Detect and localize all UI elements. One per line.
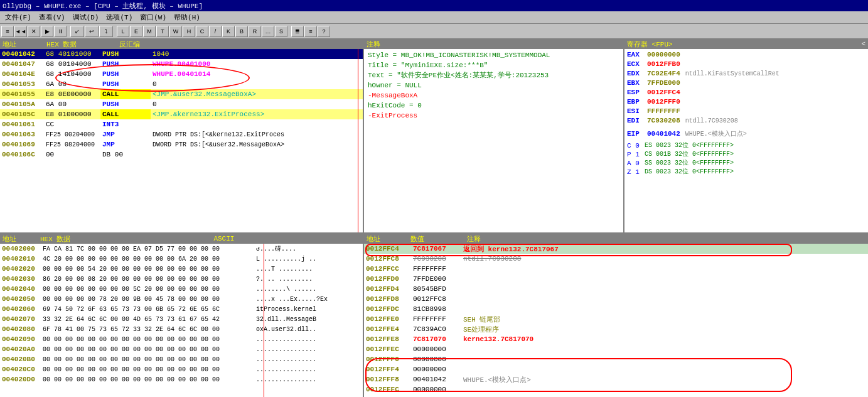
hex-row-12[interactable]: 004020C0 00 00 00 00 00 00 00 00 00 00 0… bbox=[0, 364, 363, 374]
tb-R[interactable]: R bbox=[249, 26, 261, 37]
hex-row-1[interactable]: 00402010 4C 20 00 00 00 00 00 00 00 00 0… bbox=[0, 254, 363, 264]
menu-help[interactable]: 帮助(H) bbox=[170, 11, 204, 23]
reg-eax: EAX 00000000 bbox=[627, 50, 865, 60]
reg-esi-name: ESI bbox=[627, 107, 645, 116]
reg-esi-val[interactable]: FFFFFFFF bbox=[647, 107, 680, 116]
menu-window[interactable]: 窗口(W) bbox=[136, 11, 170, 23]
hex-row-5[interactable]: 00402050 00 00 00 00 00 78 20 00 9B 00 4… bbox=[0, 294, 363, 304]
flag-p-seg: CS 001B 32位 0<FFFFFFFF> bbox=[645, 150, 734, 159]
stack-row-9[interactable]: 0012FFE8 7C817070 kerne132.7C817070 bbox=[364, 334, 868, 344]
toolbar: ≡ ◄◄ ✕ ▶ ⏸ ↙ ↩ ⤵ L E M T W H C / K B R …… bbox=[0, 24, 868, 39]
tb-H[interactable]: H bbox=[183, 26, 195, 37]
stack-row-1[interactable]: 0012FFC8 7C930208 ntdll.7C930208 bbox=[364, 254, 868, 264]
stack-row-7[interactable]: 0012FFE0 FFFFFFFF SEH 链尾部 bbox=[364, 314, 868, 324]
tb-stop[interactable]: ✕ bbox=[28, 26, 40, 37]
main-content: 地址 HEX 数据 反汇编 00401042 68 40101000 PUSH … bbox=[0, 39, 868, 397]
notes-header: 注释 bbox=[364, 39, 623, 49]
reg-edi-comment: ntdll.7C930208 bbox=[685, 116, 738, 126]
disasm-row-2[interactable]: 0040104E 68 14104000 PUSH WHUPE.00401014 bbox=[0, 69, 363, 79]
stack-row-5[interactable]: 0012FFD8 0012FFC8 bbox=[364, 294, 868, 304]
regs-scroll-left[interactable]: < bbox=[861, 40, 865, 48]
reg-ecx: ECX 0012FFB0 bbox=[627, 60, 865, 69]
disasm-row-6[interactable]: 0040105C E8 01000000 CALL <JMP.&kerne132… bbox=[0, 109, 363, 119]
menu-file[interactable]: 文件(F) bbox=[1, 11, 35, 23]
hex-row-7[interactable]: 00402070 33 32 2E 64 6C 6C 00 00 4D 65 7… bbox=[0, 314, 363, 324]
reg-esp-val[interactable]: 0012FFC4 bbox=[647, 88, 680, 97]
tb-list1[interactable]: ≣ bbox=[291, 26, 304, 37]
stack-row-14[interactable]: 0012FFFC 00000000 bbox=[364, 384, 868, 394]
disasm-table: 00401042 68 40101000 PUSH 1040 00401047 … bbox=[0, 49, 363, 160]
stack-row-0[interactable]: 0012FFC4 7C817067 返回到 kerne132.7C817067 bbox=[364, 244, 868, 254]
menu-debug[interactable]: 调试(D) bbox=[69, 11, 103, 23]
disasm-row-10[interactable]: 0040106C 00 DB 00 bbox=[0, 150, 363, 160]
stack-table: 0012FFC4 7C817067 返回到 kerne132.7C817067 … bbox=[364, 244, 868, 394]
tb-M[interactable]: M bbox=[143, 26, 156, 37]
tb-step-into[interactable]: ↙ bbox=[70, 26, 84, 37]
tb-dots[interactable]: … bbox=[262, 26, 274, 37]
stack-row-12[interactable]: 0012FFF4 00000000 bbox=[364, 364, 868, 374]
reg-eip-name: EIP bbox=[627, 129, 645, 139]
disasm-row-4[interactable]: 00401055 E8 0E000000 CALL <JMP.&user32.M… bbox=[0, 89, 363, 99]
tb-C[interactable]: C bbox=[196, 26, 208, 37]
tb-step-over[interactable]: ↩ bbox=[85, 26, 99, 37]
tb-B[interactable]: B bbox=[235, 26, 248, 37]
stack-row-2[interactable]: 0012FFCC FFFFFFFF bbox=[364, 264, 868, 274]
tb-back[interactable]: ◄◄ bbox=[14, 26, 27, 37]
reg-edi-val[interactable]: 7C930208 bbox=[647, 116, 680, 126]
hex-row-3[interactable]: 00402030 86 20 00 00 08 20 00 00 00 00 0… bbox=[0, 274, 363, 284]
notes-title: 注释 bbox=[367, 40, 380, 49]
tb-K[interactable]: K bbox=[222, 26, 235, 37]
tb-open[interactable]: ≡ bbox=[1, 26, 14, 37]
disasm-row-3[interactable]: 00401053 6A 00 PUSH 0 bbox=[0, 79, 363, 89]
tb-trace[interactable]: ⤵ bbox=[99, 26, 113, 37]
tb-W[interactable]: W bbox=[169, 26, 182, 37]
disasm-row-7[interactable]: 00401061 CC INT3 bbox=[0, 119, 363, 129]
note-line-4: -MessageBoxA bbox=[365, 90, 622, 101]
menu-options[interactable]: 选项(T) bbox=[102, 11, 136, 23]
flag-a-name: A 0 bbox=[627, 159, 642, 168]
tb-E[interactable]: E bbox=[130, 26, 142, 37]
tb-slash[interactable]: / bbox=[209, 26, 222, 37]
disasm-row-9[interactable]: 00401069 FF25 08204000 JMP DWORD PTR DS:… bbox=[0, 139, 363, 150]
menu-view[interactable]: 查看(V) bbox=[35, 11, 69, 23]
reg-eax-val[interactable]: 00000000 bbox=[647, 50, 680, 60]
stack-row-6[interactable]: 0012FFDC 81CB8998 bbox=[364, 304, 868, 314]
stack-row-10[interactable]: 0012FFEC 00000000 bbox=[364, 344, 868, 354]
tb-question[interactable]: ? bbox=[318, 26, 330, 37]
disasm-row-8[interactable]: 00401063 FF25 00204000 JMP DWORD PTR DS:… bbox=[0, 129, 363, 139]
flag-p-name: P 1 bbox=[627, 150, 642, 159]
reg-eip-comment: WHUPE.<模块入口点> bbox=[685, 129, 747, 139]
reg-ebp-val[interactable]: 0012FFF0 bbox=[647, 97, 680, 107]
reg-ebx-val[interactable]: 7FFDE000 bbox=[647, 79, 680, 88]
reg-eip-val[interactable]: 00401042 bbox=[647, 129, 680, 139]
disasm-row-5[interactable]: 0040105A 6A 00 PUSH 0 bbox=[0, 99, 363, 109]
hex-row-4[interactable]: 00402040 00 00 00 00 00 00 00 00 5C 20 0… bbox=[0, 284, 363, 294]
stack-row-4[interactable]: 0012FFD4 80545BFD bbox=[364, 284, 868, 294]
hex-row-6[interactable]: 00402060 69 74 50 72 6F 63 65 73 73 00 6… bbox=[0, 304, 363, 314]
reg-ecx-val[interactable]: 0012FFB0 bbox=[647, 60, 680, 69]
hex-row-9[interactable]: 00402090 00 00 00 00 00 00 00 00 00 00 0… bbox=[0, 334, 363, 344]
hex-row-8[interactable]: 00402080 6F 78 41 00 75 73 65 72 33 32 2… bbox=[0, 324, 363, 334]
hex-row-0[interactable]: 00402000 FA CA 81 7C 00 00 00 00 EA 07 D… bbox=[0, 244, 363, 254]
hex-row-13[interactable]: 004020D0 00 00 00 00 00 00 00 00 00 00 0… bbox=[0, 374, 363, 384]
tb-T[interactable]: T bbox=[156, 26, 169, 37]
regs-panel: 寄存器 <FPU> < EAX 00000000 ECX 0012FFB0 ED… bbox=[624, 39, 868, 232]
tb-list2[interactable]: ≡ bbox=[304, 26, 317, 37]
hex-row-2[interactable]: 00402020 00 00 00 00 54 20 00 00 00 00 0… bbox=[0, 264, 363, 274]
disasm-row-1[interactable]: 00401047 68 00104000 PUSH WHUPE.00401000 bbox=[0, 59, 363, 69]
hex-row-10[interactable]: 004020A0 00 00 00 00 00 00 00 00 00 00 0… bbox=[0, 344, 363, 354]
stack-row-11[interactable]: 0012FFF0 00000000 bbox=[364, 354, 868, 364]
stack-content: 0012FFC4 7C817067 返回到 kerne132.7C817067 … bbox=[364, 244, 868, 397]
tb-run[interactable]: ▶ bbox=[41, 26, 53, 37]
stack-header: 地址 数值 注释 bbox=[364, 234, 868, 244]
regs-title: 寄存器 <FPU> bbox=[627, 40, 673, 49]
disasm-row-0[interactable]: 00401042 68 40101000 PUSH 1040 bbox=[0, 49, 363, 59]
stack-row-3[interactable]: 0012FFD0 7FFDE000 bbox=[364, 274, 868, 284]
reg-edx-val[interactable]: 7C92E4F4 bbox=[647, 69, 680, 79]
hex-row-11[interactable]: 004020B0 00 00 00 00 00 00 00 00 00 00 0… bbox=[0, 354, 363, 364]
tb-pause[interactable]: ⏸ bbox=[54, 26, 67, 37]
stack-row-8[interactable]: 0012FFE4 7C839AC0 SE处理程序 bbox=[364, 324, 868, 334]
tb-S[interactable]: S bbox=[275, 26, 287, 37]
tb-L[interactable]: L bbox=[117, 26, 129, 37]
stack-row-13[interactable]: 0012FFF8 00401042 WHUPE.<模块入口点> bbox=[364, 374, 868, 384]
